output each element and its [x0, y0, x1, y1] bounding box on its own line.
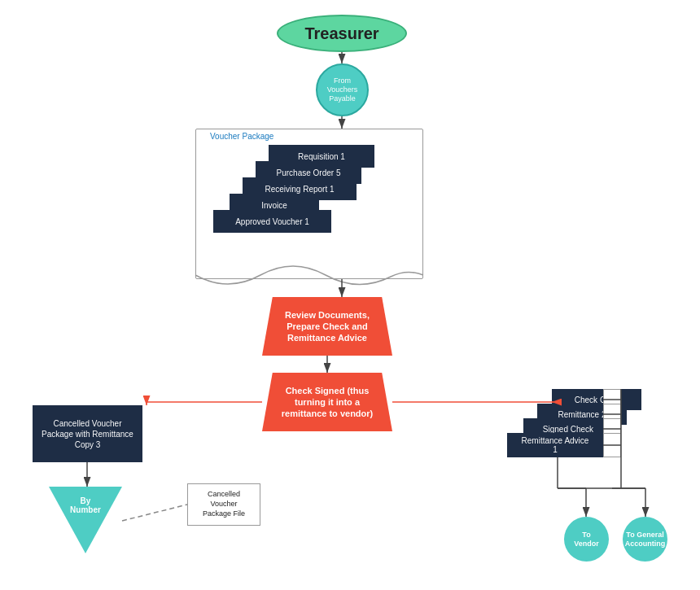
right-box-4	[603, 433, 621, 457]
by-number-label: ByNumber	[70, 496, 101, 514]
cancelled-voucher-label: Cancelled VoucherPackage with Remittance…	[42, 418, 133, 450]
cancelled-file-label: CancelledVoucherPackage File	[203, 490, 245, 518]
doc-approved-voucher: Approved Voucher 1	[213, 210, 331, 233]
treasurer-label: Treasurer	[304, 24, 378, 43]
treasurer-node: Treasurer	[277, 15, 407, 52]
to-vendor-node: ToVendor	[564, 517, 609, 562]
from-vouchers-node: FromVouchersPayable	[316, 63, 369, 116]
doc-remittance-advice: Remittance Advice1	[507, 433, 603, 457]
to-general-label: To GeneralAccounting	[625, 531, 666, 548]
diagram: Treasurer FromVouchersPayable Voucher Pa…	[0, 0, 700, 590]
cancelled-voucher-doc: Cancelled VoucherPackage with Remittance…	[33, 405, 142, 462]
check-signed-node: Check Signed (thusturning it into aremit…	[262, 373, 392, 431]
by-number-node: ByNumber	[49, 487, 122, 553]
from-vouchers-label: FromVouchersPayable	[327, 76, 358, 103]
review-docs-node: Review Documents,Prepare Check andRemitt…	[262, 297, 392, 356]
review-docs-label: Review Documents,Prepare Check andRemitt…	[285, 309, 370, 344]
to-vendor-label: ToVendor	[574, 531, 599, 548]
to-general-accounting-node: To GeneralAccounting	[623, 517, 667, 562]
voucher-package-label: Voucher Package	[210, 132, 273, 141]
cancelled-file-box: CancelledVoucherPackage File	[187, 483, 260, 526]
check-signed-label: Check Signed (thusturning it into aremit…	[282, 385, 373, 420]
dashed-line-file	[122, 505, 187, 521]
